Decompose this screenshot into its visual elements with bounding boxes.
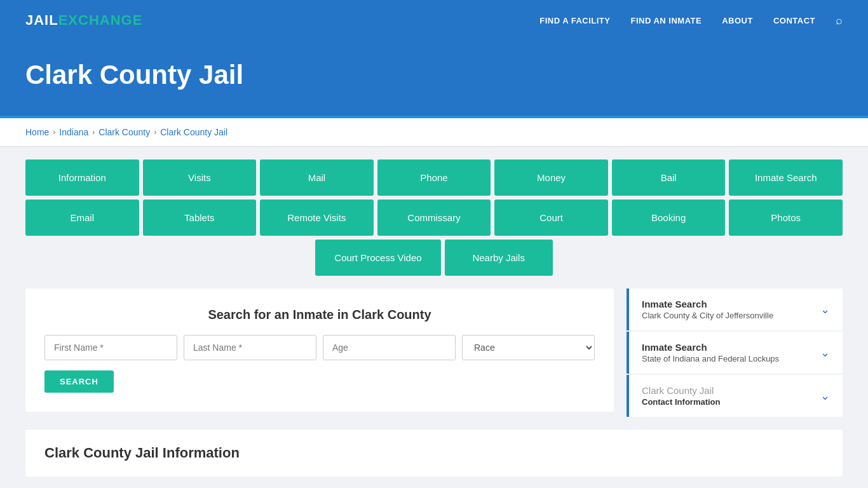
logo-exchange-text: EXCHANGE [58, 12, 143, 29]
breadcrumb-sep-3: › [154, 128, 156, 137]
search-icon-button[interactable]: ⌕ [836, 14, 843, 27]
sidebar: Inmate Search Clark County & City of Jef… [627, 288, 843, 417]
nav-about[interactable]: ABOUT [722, 16, 753, 25]
btn-tablets[interactable]: Tablets [143, 200, 257, 236]
search-fields: Race White Black Hispanic Asian Other [44, 335, 595, 360]
button-grid-row1: Information Visits Mail Phone Money Bail… [25, 159, 843, 196]
age-input[interactable] [323, 335, 456, 360]
chevron-down-icon-3: ⌄ [820, 389, 830, 403]
last-name-input[interactable] [184, 335, 316, 360]
btn-information[interactable]: Information [25, 159, 139, 196]
sidebar-item-3-subtitle: Contact Information [642, 397, 721, 407]
race-select[interactable]: Race White Black Hispanic Asian Other [462, 335, 595, 360]
button-grid-row3: Court Process Video Nearby Jails [25, 240, 843, 276]
breadcrumb-clark-county[interactable]: Clark County [98, 127, 150, 137]
btn-court[interactable]: Court [494, 200, 608, 236]
sidebar-item-inmate-search-2[interactable]: Inmate Search State of Indiana and Feder… [627, 332, 843, 374]
content-area: Information Visits Mail Phone Money Bail… [0, 147, 868, 488]
btn-court-process-video[interactable]: Court Process Video [315, 240, 440, 276]
breadcrumb: Home › Indiana › Clark County › Clark Co… [25, 127, 843, 137]
bottom-title: Clark County Jail Information [44, 445, 824, 461]
btn-phone[interactable]: Phone [377, 159, 491, 196]
sidebar-item-2-subtitle: State of Indiana and Federal Lockups [642, 354, 779, 363]
header: JAIL EXCHANGE FIND A FACILITY FIND AN IN… [0, 0, 868, 41]
sidebar-item-2-text: Inmate Search State of Indiana and Feder… [642, 342, 779, 363]
sidebar-item-1-subtitle: Clark County & City of Jeffersonville [642, 311, 773, 320]
btn-email[interactable]: Email [25, 200, 139, 236]
btn-booking[interactable]: Booking [612, 200, 726, 236]
first-name-input[interactable] [44, 335, 177, 360]
btn-photos[interactable]: Photos [729, 200, 843, 236]
sidebar-item-1-text: Inmate Search Clark County & City of Jef… [642, 299, 773, 320]
main-nav: FIND A FACILITY FIND AN INMATE ABOUT CON… [539, 14, 843, 27]
btn-bail[interactable]: Bail [612, 159, 726, 196]
nav-find-facility[interactable]: FIND A FACILITY [539, 16, 610, 25]
breadcrumb-indiana[interactable]: Indiana [59, 127, 88, 137]
btn-money[interactable]: Money [494, 159, 608, 196]
btn-commissary[interactable]: Commissary [377, 200, 491, 236]
breadcrumb-sep-1: › [53, 128, 55, 137]
sidebar-item-inmate-search-1[interactable]: Inmate Search Clark County & City of Jef… [627, 288, 843, 330]
logo-jail-text: JAIL [25, 12, 58, 29]
btn-remote-visits[interactable]: Remote Visits [260, 200, 374, 236]
nav-contact[interactable]: CONTACT [773, 16, 815, 25]
search-button[interactable]: SEARCH [44, 370, 114, 393]
hero-section: Clark County Jail [0, 41, 868, 118]
sidebar-item-3-title: Clark County Jail [642, 385, 721, 396]
inmate-search-box: Search for an Inmate in Clark County Rac… [25, 288, 614, 412]
nav-find-inmate[interactable]: FIND AN INMATE [630, 16, 702, 25]
breadcrumb-wrapper: Home › Indiana › Clark County › Clark Co… [0, 118, 868, 147]
button-grid-row2: Email Tablets Remote Visits Commissary C… [25, 200, 843, 236]
breadcrumb-sep-2: › [92, 128, 95, 137]
breadcrumb-current: Clark County Jail [160, 127, 227, 137]
btn-inmate-search[interactable]: Inmate Search [729, 159, 843, 196]
chevron-down-icon-1: ⌄ [820, 302, 830, 316]
main-columns: Search for an Inmate in Clark County Rac… [25, 288, 843, 417]
btn-nearby-jails[interactable]: Nearby Jails [445, 240, 553, 276]
logo[interactable]: JAIL EXCHANGE [25, 12, 142, 29]
sidebar-item-2-title: Inmate Search [642, 342, 779, 353]
search-box-title: Search for an Inmate in Clark County [44, 308, 595, 322]
sidebar-item-contact-info[interactable]: Clark County Jail Contact Information ⌄ [627, 375, 843, 417]
btn-visits[interactable]: Visits [143, 159, 257, 196]
bottom-section: Clark County Jail Information [25, 430, 843, 477]
sidebar-item-3-text: Clark County Jail Contact Information [642, 385, 721, 407]
breadcrumb-home[interactable]: Home [25, 127, 49, 137]
page-title: Clark County Jail [25, 60, 843, 90]
btn-mail[interactable]: Mail [260, 159, 374, 196]
chevron-down-icon-2: ⌄ [820, 346, 830, 360]
sidebar-item-1-title: Inmate Search [642, 299, 773, 309]
